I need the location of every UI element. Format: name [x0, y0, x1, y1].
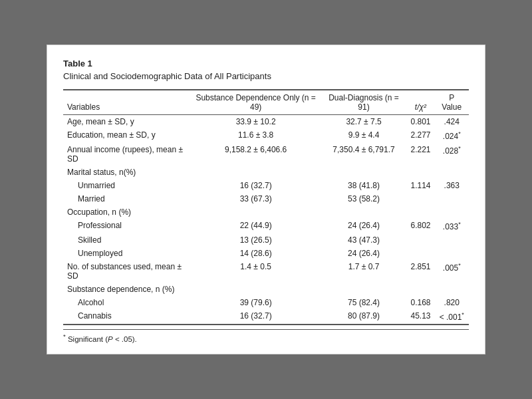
table-row: Education, mean ± SD, y	[63, 128, 191, 143]
table-cell-col1: 33 (67.3)	[191, 192, 321, 205]
table-row: Alcohol	[63, 296, 191, 309]
table-cell-col4	[434, 166, 469, 179]
table-cell-col3	[406, 247, 434, 260]
table-row: Skilled	[63, 233, 191, 247]
table-cell-col1: 14 (28.6)	[191, 247, 321, 260]
table-cell-col2: 38 (41.8)	[321, 179, 407, 192]
table-cell-col2: 7,350.4 ± 6,791.7	[321, 143, 407, 166]
table-cell-col2	[321, 283, 407, 296]
table-row: Professional	[63, 219, 191, 233]
table-cell-col2: 43 (47.3)	[321, 233, 407, 247]
table-cell-col2: 32.7 ± 7.5	[321, 115, 407, 129]
table-cell-col3: 0.168	[406, 296, 434, 309]
table-cell-col1: 1.4 ± 0.5	[191, 260, 321, 283]
table-row: No. of substances used, mean ± SD	[63, 260, 191, 283]
table-container: Table 1 Clinical and Sociodemographic Da…	[47, 45, 485, 354]
table-cell-col3: 2.221	[406, 143, 434, 166]
table-cell-col4	[434, 247, 469, 260]
table-cell-col4	[434, 205, 469, 219]
col3-header: t/χ²	[406, 90, 434, 115]
table-cell-col1: 16 (32.7)	[191, 179, 321, 192]
table-cell-col4: .424	[434, 115, 469, 129]
table-cell-col2	[321, 205, 407, 219]
table-cell-col2	[321, 166, 407, 179]
table-row: Annual income (rupees), mean ± SD	[63, 143, 191, 166]
table-cell-col1: 16 (32.7)	[191, 309, 321, 325]
table-cell-col2: 1.7 ± 0.7	[321, 260, 407, 283]
data-table: Variables Substance Dependence Only (n =…	[63, 89, 469, 325]
table-cell-col3	[406, 233, 434, 247]
table-cell-col4	[434, 283, 469, 296]
table-label: Table 1	[63, 59, 469, 68]
table-cell-col3: 2.277	[406, 128, 434, 143]
table-cell-col1	[191, 283, 321, 296]
table-cell-col2: 75 (82.4)	[321, 296, 407, 309]
table-cell-col2: 24 (26.4)	[321, 247, 407, 260]
table-row: Married	[63, 192, 191, 205]
table-cell-col3: 45.13	[406, 309, 434, 325]
table-cell-col3: 2.851	[406, 260, 434, 283]
table-cell-col3: 6.802	[406, 219, 434, 233]
table-row: Marital status, n(%)	[63, 166, 191, 179]
table-cell-col3	[406, 283, 434, 296]
table-cell-col2: 24 (26.4)	[321, 219, 407, 233]
table-cell-col1: 39 (79.6)	[191, 296, 321, 309]
table-row: Substance dependence, n (%)	[63, 283, 191, 296]
table-cell-col3	[406, 166, 434, 179]
table-cell-col4	[434, 192, 469, 205]
table-cell-col2: 9.9 ± 4.4	[321, 128, 407, 143]
table-row: Age, mean ± SD, y	[63, 115, 191, 129]
table-cell-col4: .005*	[434, 260, 469, 283]
chi-label: t/χ²	[415, 102, 426, 112]
table-cell-col1: 13 (26.5)	[191, 233, 321, 247]
table-cell-col3	[406, 205, 434, 219]
col-variables-header: Variables	[63, 90, 191, 115]
table-row: Cannabis	[63, 309, 191, 325]
footnote-text: Significant (P < .05).	[66, 335, 137, 343]
table-cell-col3	[406, 192, 434, 205]
table-cell-col1: 9,158.2 ± 6,406.6	[191, 143, 321, 166]
table-cell-col4: .028*	[434, 143, 469, 166]
table-cell-col1	[191, 205, 321, 219]
col2-header: Dual-Diagnosis (n = 91)	[321, 90, 407, 115]
footnote: * Significant (P < .05).	[63, 329, 469, 343]
table-cell-col4: .363	[434, 179, 469, 192]
table-cell-col3: 0.801	[406, 115, 434, 129]
table-cell-col4: .033*	[434, 219, 469, 233]
table-cell-col4: .820	[434, 296, 469, 309]
table-cell-col4: < .001*	[434, 309, 469, 325]
table-cell-col4	[434, 233, 469, 247]
table-cell-col1	[191, 166, 321, 179]
table-row: Unemployed	[63, 247, 191, 260]
table-cell-col1: 33.9 ± 10.2	[191, 115, 321, 129]
table-row: Unmarried	[63, 179, 191, 192]
col4-header: P Value	[434, 90, 469, 115]
table-cell-col1: 11.6 ± 3.8	[191, 128, 321, 143]
table-cell-col3: 1.114	[406, 179, 434, 192]
table-cell-col1: 22 (44.9)	[191, 219, 321, 233]
table-title: Clinical and Sociodemographic Data of Al…	[63, 71, 469, 81]
col1-header: Substance Dependence Only (n = 49)	[191, 90, 321, 115]
table-row: Occupation, n (%)	[63, 205, 191, 219]
table-cell-col4: .024*	[434, 128, 469, 143]
table-cell-col2: 80 (87.9)	[321, 309, 407, 325]
table-cell-col2: 53 (58.2)	[321, 192, 407, 205]
